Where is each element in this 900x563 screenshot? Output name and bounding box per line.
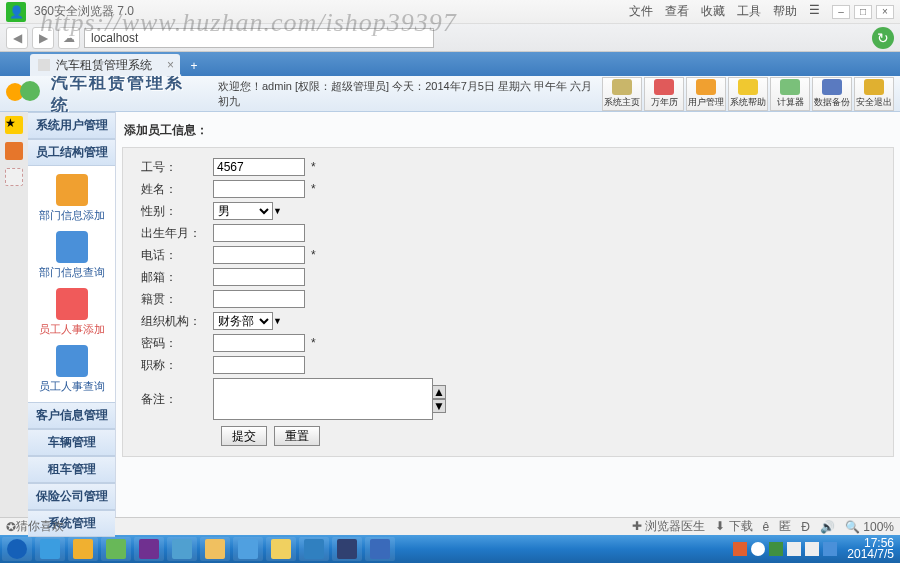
- input-name[interactable]: [213, 180, 305, 198]
- status-e[interactable]: ê: [763, 520, 770, 534]
- back-button[interactable]: ◀: [6, 27, 28, 49]
- taskbar-clock[interactable]: 17:56 2014/7/5: [841, 538, 894, 560]
- sidebar-group-bot-1[interactable]: 车辆管理: [28, 429, 115, 456]
- status-right: ✚ 浏览器医生 ⬇ 下载 ê 匿 Ð 🔊 🔍 100%: [632, 518, 894, 535]
- tray-vol-icon[interactable]: [805, 542, 819, 556]
- status-doctor[interactable]: ✚ 浏览器医生: [632, 518, 705, 535]
- taskbar-chrome[interactable]: [101, 537, 131, 561]
- tab-favicon: [38, 59, 50, 71]
- tab-active[interactable]: 汽车租赁管理系统 ×: [30, 54, 180, 76]
- taskbar-find[interactable]: [266, 537, 296, 561]
- taskbar-word[interactable]: [365, 537, 395, 561]
- toolbar-calc[interactable]: 计算器: [770, 77, 810, 111]
- sidebar-group-top-0[interactable]: 系统用户管理: [28, 112, 115, 139]
- toolbar-backup[interactable]: 数据备份: [812, 77, 852, 111]
- label-gender: 性别：: [133, 203, 213, 220]
- strip-weibo-icon[interactable]: [5, 142, 23, 160]
- sidebar-group-bot-0[interactable]: 客户信息管理: [28, 402, 115, 429]
- refresh-button[interactable]: ↻: [872, 27, 894, 49]
- input-email[interactable]: [213, 268, 305, 286]
- row-org: 组织机构：财务部 ▼: [133, 312, 883, 330]
- taskbar-folder[interactable]: [200, 537, 230, 561]
- taskbar-media[interactable]: [134, 537, 164, 561]
- taskbar-s[interactable]: [332, 537, 362, 561]
- row-origin: 籍贯：: [133, 290, 883, 308]
- tab-title: 汽车租赁管理系统: [56, 57, 152, 74]
- sidebar-group-bot-2[interactable]: 租车管理: [28, 456, 115, 483]
- reset-button[interactable]: 重置: [274, 426, 320, 446]
- tray-flag-icon[interactable]: [787, 542, 801, 556]
- req-name: *: [311, 182, 316, 196]
- tray-misc-icon[interactable]: [823, 542, 837, 556]
- sidebar-item-dept-query[interactable]: 部门信息查询: [37, 229, 107, 282]
- browser-tabbar: 汽车租赁管理系统 × +: [0, 52, 900, 76]
- tray-ime-icon[interactable]: [733, 542, 747, 556]
- input-title[interactable]: [213, 356, 305, 374]
- taskbar-browser[interactable]: [68, 537, 98, 561]
- user-avatar-icon[interactable]: 👤: [6, 2, 26, 22]
- input-birth[interactable]: [213, 224, 305, 242]
- menu-more-icon[interactable]: ☰: [809, 3, 820, 20]
- menu-help[interactable]: 帮助: [773, 3, 797, 20]
- status-zoom[interactable]: 🔍 100%: [845, 520, 894, 534]
- row-remark: 备注：▲▼: [133, 378, 883, 420]
- req-phone: *: [311, 248, 316, 262]
- status-left[interactable]: 猜你喜欢: [16, 518, 64, 535]
- tray-net-icon[interactable]: [751, 542, 765, 556]
- sidebar-group-bot-3[interactable]: 保险公司管理: [28, 483, 115, 510]
- status-download[interactable]: ⬇ 下载: [715, 518, 752, 535]
- input-phone[interactable]: [213, 246, 305, 264]
- app-toolbar: 系统主页万年历用户管理系统帮助计算器数据备份安全退出: [602, 77, 894, 111]
- toolbar-calendar[interactable]: 万年历: [644, 77, 684, 111]
- taskbar-safari[interactable]: [167, 537, 197, 561]
- sidebar-group-top-1[interactable]: 员工结构管理: [28, 139, 115, 166]
- left-strip: ★: [0, 112, 28, 517]
- submit-button[interactable]: 提交: [221, 426, 267, 446]
- tab-close-icon[interactable]: ×: [167, 58, 174, 72]
- menu-file[interactable]: 文件: [629, 3, 653, 20]
- close-button[interactable]: ×: [876, 5, 894, 19]
- input-empno[interactable]: [213, 158, 305, 176]
- sidebar-item-emp-add[interactable]: 员工人事添加: [37, 286, 107, 339]
- menu-fav[interactable]: 收藏: [701, 3, 725, 20]
- sidebar-item-dept-add[interactable]: 部门信息添加: [37, 172, 107, 225]
- row-empno: 工号：*: [133, 158, 883, 176]
- cloud-icon[interactable]: ☁: [58, 27, 80, 49]
- toolbar-users[interactable]: 用户管理: [686, 77, 726, 111]
- maximize-button[interactable]: □: [854, 5, 872, 19]
- window-buttons: – □ ×: [832, 5, 894, 19]
- status-d[interactable]: Ð: [801, 520, 810, 534]
- sidebar-nav: 部门信息添加部门信息查询员工人事添加员工人事查询: [28, 166, 115, 402]
- input-gender[interactable]: 男: [213, 202, 273, 220]
- req-empno: *: [311, 160, 316, 174]
- taskbar-qq[interactable]: [233, 537, 263, 561]
- input-org[interactable]: 财务部: [213, 312, 273, 330]
- taskbar-ie[interactable]: [35, 537, 65, 561]
- toolbar-help[interactable]: 系统帮助: [728, 77, 768, 111]
- toolbar-home[interactable]: 系统主页: [602, 77, 642, 111]
- row-phone: 电话：*: [133, 246, 883, 264]
- toolbar-exit[interactable]: 安全退出: [854, 77, 894, 111]
- input-origin[interactable]: [213, 290, 305, 308]
- browser-addrbar: ◀ ▶ ☁ localhost ↻: [0, 24, 900, 52]
- strip-star-icon[interactable]: ★: [5, 116, 23, 134]
- label-remark: 备注：: [133, 391, 213, 408]
- menu-tools[interactable]: 工具: [737, 3, 761, 20]
- row-name: 姓名：*: [133, 180, 883, 198]
- taskbar-start[interactable]: [2, 537, 32, 561]
- taskbar-globe[interactable]: [299, 537, 329, 561]
- sidebar-item-emp-query[interactable]: 员工人事查询: [37, 343, 107, 396]
- tray-shield-icon[interactable]: [769, 542, 783, 556]
- input-remark[interactable]: [213, 378, 433, 420]
- menu-view[interactable]: 查看: [665, 3, 689, 20]
- form-buttons: 提交 重置: [133, 426, 883, 446]
- url-input[interactable]: localhost: [84, 28, 434, 48]
- strip-dots-icon[interactable]: [5, 168, 23, 186]
- minimize-button[interactable]: –: [832, 5, 850, 19]
- forward-button[interactable]: ▶: [32, 27, 54, 49]
- status-speaker-icon[interactable]: 🔊: [820, 520, 835, 534]
- label-birth: 出生年月：: [133, 225, 213, 242]
- status-ni[interactable]: 匿: [779, 518, 791, 535]
- input-password[interactable]: [213, 334, 305, 352]
- label-title: 职称：: [133, 357, 213, 374]
